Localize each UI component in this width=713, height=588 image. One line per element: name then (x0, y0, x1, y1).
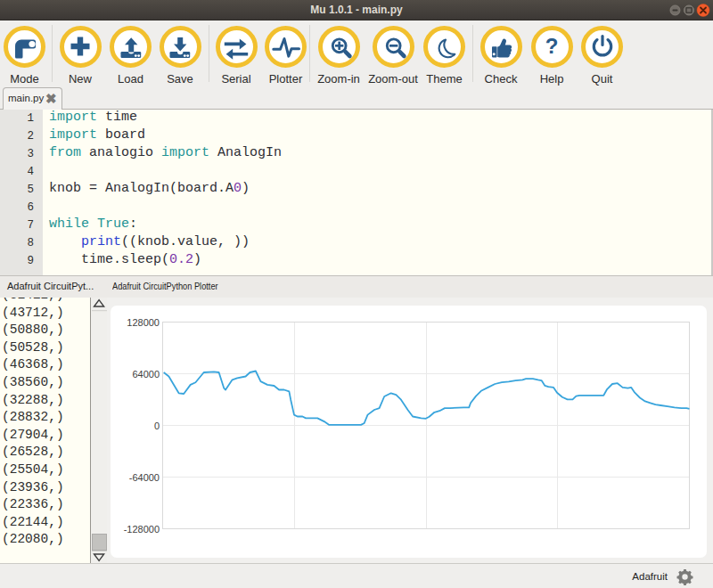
svg-text:-64000: -64000 (129, 472, 160, 483)
svg-text:128000: 128000 (127, 317, 160, 328)
svg-text:0: 0 (154, 421, 160, 431)
svg-text:64000: 64000 (132, 369, 160, 380)
svg-text:-128000: -128000 (124, 524, 160, 535)
svg-text:?: ? (545, 34, 559, 58)
